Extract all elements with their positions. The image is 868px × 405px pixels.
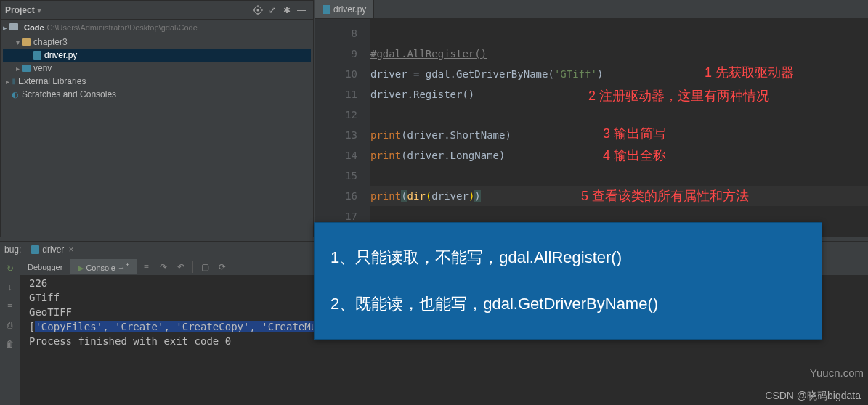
tab-console[interactable]: ▶ Console →+ [70, 259, 137, 275]
tree-row[interactable]: ▸⫴External Libraries [3, 75, 311, 88]
python-file-icon [323, 5, 330, 14]
dbg-icon[interactable]: ▢ [196, 260, 214, 274]
step-over-icon[interactable]: ≡ [137, 260, 155, 274]
editor-tab-label: driver.py [333, 4, 366, 15]
print-icon[interactable]: ⎙ [2, 318, 18, 332]
rerun-icon[interactable]: ↻ [2, 261, 18, 276]
run-config-label: driver [42, 245, 64, 255]
dropdown-icon[interactable]: ▾ [37, 5, 41, 15]
step-into-icon[interactable]: ↷ [155, 260, 172, 274]
expand-all-icon[interactable]: ⤢ [265, 3, 280, 17]
code-area[interactable]: 891011121314151617 #gdal.AllRegister()dr… [315, 19, 868, 237]
code-body[interactable]: #gdal.AllRegister()driver = gdal.GetDriv… [370, 19, 868, 237]
debug-sidebar: ↻ ↓ ≡ ⎙ 🗑 [0, 258, 20, 405]
overlay-line2: 2、既能读，也能写，gdal.GetDriverByName() [330, 293, 806, 315]
layout-icon[interactable]: ≡ [2, 299, 18, 314]
project-tree: ▾chapter3driver.py▸venv▸⫴External Librar… [1, 36, 313, 101]
project-title: Project [5, 5, 35, 15]
folder-icon: ▸ [3, 23, 21, 33]
tree-row[interactable]: ▸venv [3, 62, 311, 75]
trash-icon[interactable]: 🗑 [2, 337, 18, 351]
tab-debugger[interactable]: Debugger [20, 261, 70, 274]
python-file-icon [31, 245, 39, 254]
project-panel: Project ▾ ⤢ ✱ — ▸ Code C:\Users\Administ… [0, 0, 314, 237]
run-config-tab[interactable]: driver × [25, 243, 79, 256]
gear-icon[interactable]: ✱ [280, 3, 294, 17]
close-icon[interactable]: × [68, 245, 73, 255]
tree-row[interactable]: ▾chapter3 [3, 36, 311, 49]
dbg-icon[interactable]: ⟳ [214, 260, 231, 274]
editor-tab-driver[interactable]: driver.py [315, 0, 374, 18]
breadcrumb[interactable]: ▸ Code C:\Users\Administrator\Desktop\gd… [1, 20, 313, 36]
credit: CSDN @晓码bigdata [765, 390, 861, 403]
overlay-note: 1、只能读取，不能写，gdal.AllRegister() 2、既能读，也能写，… [314, 222, 822, 340]
breadcrumb-root: Code [24, 23, 44, 32]
bug-label: bug: [0, 245, 25, 255]
locate-icon[interactable] [251, 3, 265, 17]
tree-row[interactable]: ◐Scratches and Consoles [3, 88, 311, 101]
stop-icon[interactable]: ↓ [2, 280, 18, 295]
step-out-icon[interactable]: ↶ [172, 260, 190, 274]
project-header: Project ▾ ⤢ ✱ — [1, 1, 313, 20]
breadcrumb-path: C:\Users\Administrator\Desktop\gdal\Code [47, 23, 198, 32]
hide-icon[interactable]: — [294, 3, 309, 17]
watermark: Yuucn.com [810, 367, 864, 379]
overlay-line1: 1、只能读取，不能写，gdal.AllRegister() [330, 247, 806, 269]
editor: driver.py 891011121314151617 #gdal.AllRe… [315, 0, 868, 237]
gutter: 891011121314151617 [315, 19, 370, 237]
tree-row[interactable]: driver.py [3, 49, 311, 62]
svg-point-1 [257, 9, 259, 11]
editor-tabs: driver.py [315, 0, 868, 19]
